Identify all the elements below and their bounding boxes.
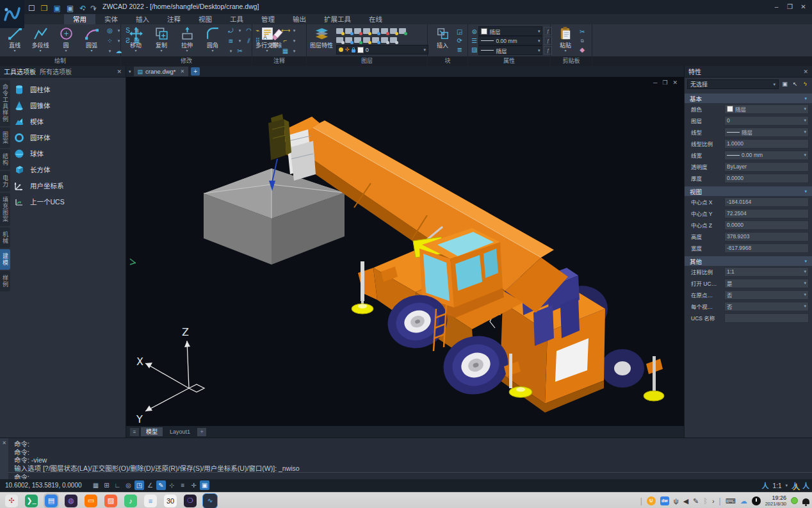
layer-tool-icon[interactable] bbox=[363, 28, 370, 34]
hatch-edit-icon[interactable]: ▨ bbox=[471, 45, 477, 54]
property-field[interactable]: 否▾ bbox=[724, 302, 809, 311]
calendar-taskbar-button[interactable]: 30 bbox=[163, 493, 178, 508]
mtext-button[interactable]: A多行文字▾ bbox=[254, 25, 280, 56]
object-snap-tracking-icon[interactable]: ∠ bbox=[145, 480, 155, 490]
object-list-icon[interactable]: ☰ bbox=[471, 37, 477, 45]
palette-item-wedge[interactable]: 楔体 bbox=[14, 113, 123, 129]
ribbon-tab-3[interactable]: 插入 bbox=[127, 14, 158, 24]
layer-dropdown[interactable]: ✣ 0 ▾ bbox=[336, 45, 428, 54]
layer-tool-icon[interactable] bbox=[345, 28, 352, 34]
network-icon[interactable]: ☁ bbox=[740, 496, 747, 505]
ribbon-tab-4[interactable]: 注释 bbox=[158, 14, 190, 24]
layer-tool-icon[interactable] bbox=[336, 37, 343, 43]
documents-taskbar-button[interactable]: ≡ bbox=[143, 493, 158, 508]
annotation-monitor-icon[interactable]: ▣ bbox=[200, 480, 209, 490]
save-button[interactable]: ▣ bbox=[54, 2, 61, 13]
notifications-icon[interactable] bbox=[802, 498, 809, 504]
fillet-button[interactable]: 圆角▾ bbox=[200, 25, 225, 56]
ribbon-tab-6[interactable]: 工具 bbox=[221, 14, 252, 24]
palette-tab-8[interactable]: 样例 bbox=[0, 271, 10, 291]
move-button[interactable]: 移动▾ bbox=[123, 25, 149, 56]
line-button[interactable]: 直线▾ bbox=[2, 25, 28, 56]
keyboard-icon[interactable]: ⌨ bbox=[726, 496, 736, 505]
layer-tool-icon[interactable] bbox=[381, 37, 388, 43]
dropdown-icon[interactable]: ▾ bbox=[290, 26, 298, 35]
paste-button[interactable]: 粘贴▾ bbox=[553, 25, 578, 56]
tray-expand-icon[interactable]: › bbox=[712, 496, 715, 505]
minimize-icon[interactable]: – bbox=[772, 2, 781, 12]
ribbon-tab-5[interactable]: 视图 bbox=[190, 14, 221, 24]
quick-select-icon[interactable]: ↖ bbox=[791, 80, 799, 88]
property-field[interactable]: 0.0000 bbox=[724, 220, 809, 230]
property-field[interactable]: 1:1▾ bbox=[724, 267, 809, 277]
pen-input-icon[interactable]: ✎ bbox=[693, 496, 699, 505]
zwcad-taskbar-button[interactable]: ∿ bbox=[202, 493, 218, 508]
music-taskbar-button[interactable]: ♪ bbox=[123, 493, 138, 508]
palette-item-ucs[interactable]: 用户坐标系 bbox=[14, 177, 123, 193]
dropdown-icon[interactable]: ▾ bbox=[236, 36, 244, 45]
dropdown-icon[interactable]: ▾ bbox=[227, 46, 235, 56]
palette-item-prev-ucs[interactable]: 上一个UCS bbox=[14, 193, 123, 209]
trim-icon[interactable]: ✂ bbox=[236, 46, 244, 56]
linear-dimension-icon[interactable]: ⟷ bbox=[281, 26, 289, 35]
arc-button[interactable]: 圆弧▾ bbox=[79, 25, 104, 56]
ribbon-tab-2[interactable]: 实体 bbox=[95, 14, 127, 24]
minimize-icon[interactable]: ─ bbox=[653, 79, 657, 86]
section-header-1[interactable]: 基本▾ bbox=[685, 94, 812, 103]
object-snap-icon[interactable]: ◳ bbox=[134, 480, 144, 490]
save-as-button[interactable]: ▣ bbox=[67, 2, 74, 13]
ribbon-tab-7[interactable]: 管理 bbox=[252, 14, 284, 24]
palette-item-sphere[interactable]: 球体 bbox=[14, 145, 123, 161]
palette-tab-5[interactable]: 填充图案 bbox=[0, 193, 10, 226]
layer-tool-icon[interactable] bbox=[399, 28, 406, 34]
offset-icon[interactable]: ⧈ bbox=[227, 36, 235, 45]
table-icon[interactable]: ▦ bbox=[281, 46, 289, 56]
file-manager-taskbar-button[interactable]: ▤ bbox=[44, 493, 59, 508]
lineweight-dropdown[interactable]: 0.00 mm ▾ ƒ bbox=[478, 37, 552, 45]
property-field[interactable]: 随层▾ bbox=[724, 127, 809, 137]
document-tab-crane[interactable]: ▤ crane.dwg* ✕ bbox=[134, 67, 189, 76]
palette-tab-1[interactable]: 命令工具样例 bbox=[0, 80, 10, 126]
property-field[interactable]: ByLayer bbox=[724, 162, 809, 172]
ribbon-tab-9[interactable]: 扩展工具 bbox=[315, 14, 360, 24]
ukui-assistant-icon[interactable]: U bbox=[647, 496, 656, 505]
toggle-pickadd-icon[interactable]: ϟ bbox=[801, 80, 809, 88]
annotation-scale-value[interactable]: 1:1 bbox=[773, 482, 782, 489]
ortho-mode-icon[interactable]: ∟ bbox=[113, 480, 122, 490]
copy-clip-icon[interactable]: ⧉ bbox=[580, 37, 585, 45]
add-layout-button[interactable]: + bbox=[197, 428, 206, 436]
drawing-viewport[interactable]: ─ ❐ ✕ bbox=[126, 77, 684, 426]
property-field[interactable]: 0.0000 bbox=[724, 174, 809, 183]
match-properties-icon[interactable]: ⊜ bbox=[471, 28, 477, 36]
tab-layout1[interactable]: Layout1 bbox=[165, 427, 195, 436]
chevron-down-icon[interactable]: ▾ bbox=[129, 69, 131, 74]
rotate-icon[interactable]: ⤾ bbox=[227, 26, 235, 35]
palette-tab-6[interactable]: 机械 bbox=[0, 227, 10, 248]
selection-dropdown[interactable]: 无选择 ▾ bbox=[687, 79, 779, 89]
donut-icon[interactable]: ◎ bbox=[106, 26, 114, 35]
properties-titlebar[interactable]: 特性 ✕ bbox=[685, 66, 812, 78]
layer-tool-icon[interactable] bbox=[363, 37, 370, 43]
palette-item-cone[interactable]: 圆锥体 bbox=[14, 97, 123, 113]
ribbon-tab-10[interactable]: 在线 bbox=[360, 14, 391, 24]
dropdown-icon[interactable]: ▾ bbox=[290, 36, 298, 45]
layer-tool-icon[interactable] bbox=[390, 28, 397, 34]
dropdown-icon[interactable]: ▾ bbox=[236, 26, 244, 35]
terminal-taskbar-button[interactable]: ❯_ bbox=[24, 493, 39, 508]
annotation-visibility-icon[interactable]: 人 bbox=[762, 480, 769, 491]
property-field[interactable] bbox=[724, 313, 809, 323]
property-field[interactable]: 是▾ bbox=[724, 279, 809, 288]
dynamic-ucs-icon[interactable]: ✎ bbox=[156, 480, 166, 490]
bluetooth-icon[interactable]: ᛒ bbox=[703, 496, 708, 505]
cycle-select-icon[interactable]: ✛ bbox=[189, 480, 199, 490]
palette-item-cylinder[interactable]: 圆柱体 bbox=[14, 81, 123, 97]
tool-palette-titlebar[interactable]: 工具选项板 所有选项板 ✕ bbox=[0, 66, 126, 78]
dynamic-input-icon[interactable]: ⊹ bbox=[167, 480, 177, 490]
globe-taskbar-button[interactable]: ❍ bbox=[183, 493, 198, 508]
insert-button[interactable]: 插入 bbox=[430, 25, 455, 56]
layer-tool-icon[interactable] bbox=[372, 28, 379, 34]
block-editor-icon[interactable]: ⟳ bbox=[457, 37, 462, 45]
property-field[interactable]: -817.9968 bbox=[724, 243, 809, 253]
layer-tool-icon[interactable] bbox=[354, 37, 361, 43]
section-header-3[interactable]: 其他▾ bbox=[685, 256, 812, 266]
